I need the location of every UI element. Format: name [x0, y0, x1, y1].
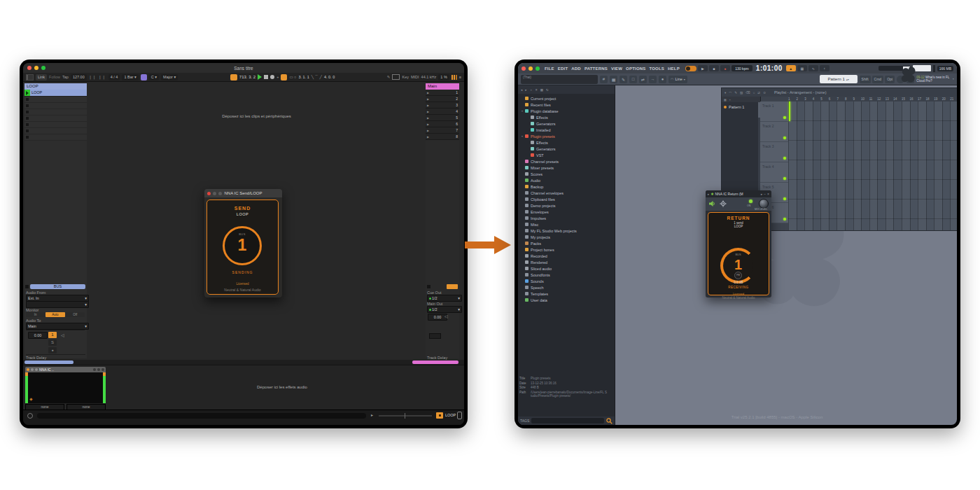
search-icon[interactable] [606, 418, 612, 424]
preview-play-icon[interactable]: ▸ [371, 412, 373, 417]
playlist-track-header[interactable]: Track 1 [760, 102, 788, 122]
bus-dial[interactable]: BUS 1 [223, 226, 262, 265]
snap-selector[interactable]: ◠ Line ▾ [668, 76, 687, 83]
magnet-icon[interactable]: ◠ [729, 91, 732, 94]
slip-icon[interactable]: ⇄ [757, 91, 760, 94]
plugin-minimize-icon[interactable]: − [764, 192, 766, 196]
scene-play-icon[interactable]: ▶ [427, 104, 429, 107]
scene-slot[interactable]: ▶ 7 [426, 127, 459, 134]
browser-item[interactable]: Channel envelopes [518, 190, 615, 196]
gear-swap-icon[interactable] [720, 200, 727, 207]
scene-slot[interactable]: ▶ 5 [426, 115, 459, 121]
list-view-icon[interactable]: ≡ [536, 88, 538, 92]
tap-tempo-icon[interactable] [230, 74, 237, 80]
browser-item[interactable]: ▾ Plugin database [518, 108, 615, 114]
pen-icon[interactable]: ✎ [387, 75, 391, 79]
delete-icon[interactable]: ⌫ [746, 91, 750, 94]
browser-item[interactable]: Clipboard files [518, 196, 615, 202]
return-plugin-window[interactable]: ▸ ✱ NNA IC Return (M ▸ − × ON MIX LEVEL … [706, 190, 771, 298]
tap-button[interactable]: Tap [62, 75, 69, 79]
device-save-icon[interactable] [35, 368, 38, 371]
record-button[interactable]: ● [720, 65, 730, 71]
refresh-icon[interactable]: ↻ [546, 88, 549, 92]
browser-item[interactable]: Rendered [518, 259, 615, 265]
scene-slot[interactable]: ▶ 2 [426, 96, 459, 102]
edit-icon[interactable]: ✎ [620, 76, 627, 83]
scale-icon[interactable] [141, 74, 147, 80]
browser-item[interactable]: Misc [518, 221, 615, 227]
scene-slot[interactable]: ▶ 3 [426, 102, 459, 108]
browser-item[interactable]: Templates [518, 290, 615, 297]
menu-item[interactable]: EDIT [558, 66, 568, 71]
scene-play-icon[interactable]: ▶ [427, 116, 429, 120]
overdub-plus-icon[interactable]: + [276, 75, 279, 79]
forward-icon[interactable]: ▸ [525, 88, 526, 92]
step-edit-button[interactable]: ↑ [820, 65, 830, 71]
main-out-dropdown[interactable]: Main▾ [26, 323, 89, 330]
pat-song-switch[interactable] [685, 66, 696, 71]
back-icon[interactable]: ◂ [521, 88, 522, 92]
menu-item[interactable]: PATTERNS [584, 66, 608, 71]
browser-item[interactable]: Audio [518, 177, 615, 183]
scene-slot[interactable]: ▶ 1 [426, 90, 459, 96]
scene-play-icon[interactable]: ▶ [427, 122, 429, 126]
speaker-icon[interactable] [708, 200, 715, 207]
clip-slot-playing[interactable]: LOOP [24, 90, 87, 97]
tempo-display[interactable]: 130 bpm [732, 65, 752, 71]
send-plugin-titlebar[interactable]: NNA IC Send/LOOP [204, 189, 282, 197]
track-led[interactable] [783, 197, 786, 200]
playlist-track-header[interactable]: Track 4 [760, 162, 788, 183]
playlist-track-header[interactable]: Track 3 [760, 142, 788, 162]
browser-item[interactable]: User data [518, 297, 615, 303]
stop-all-clips-button[interactable] [447, 284, 458, 289]
browser-item[interactable]: Impulses [518, 215, 615, 221]
search-input[interactable] [531, 418, 604, 424]
browser-item[interactable]: Effects [518, 114, 615, 120]
browser-item[interactable]: VST [518, 152, 615, 158]
send-plugin-window[interactable]: NNA IC Send/LOOP SEND LOOP BUS 1 SENDING… [204, 189, 282, 298]
browser-item[interactable]: Generators [518, 120, 615, 127]
pencil-icon[interactable]: ✎ [734, 91, 737, 94]
draw-mode-icons[interactable]: ╲ ⌒ ╱ [312, 75, 322, 80]
browser-item[interactable]: Installed [518, 127, 615, 133]
browser-item[interactable]: Backup [518, 183, 615, 190]
menu-item[interactable]: FILE [545, 66, 554, 71]
device-titlebar[interactable]: NNA IC .. [25, 367, 106, 372]
time-display[interactable]: 1:01:00 [756, 64, 783, 72]
browser-item[interactable]: My projects [518, 234, 615, 240]
loop-start-field[interactable]: 3. 1. 1 [298, 75, 309, 79]
session-scrollbar[interactable] [23, 360, 464, 365]
pattern-selector[interactable]: Pattern 1 ▴▾ [820, 75, 858, 83]
device-button-b[interactable] [97, 368, 100, 371]
browser-item[interactable]: Current project [518, 95, 615, 102]
browser-item[interactable]: Recent files [518, 102, 615, 108]
link-button[interactable]: Link [36, 74, 47, 80]
globe-icon[interactable]: ◔ [951, 77, 954, 81]
browser-item[interactable]: Packs [518, 240, 615, 246]
track-led[interactable] [783, 136, 786, 139]
picker-pattern-item[interactable]: Pattern 1 [724, 105, 760, 109]
browser-item[interactable]: Project bones [518, 246, 615, 253]
add-icon[interactable]: ＋ [530, 88, 533, 92]
browser-item[interactable]: Channel presets [518, 158, 615, 164]
paint-icon[interactable]: ▨ [740, 91, 743, 94]
main-out-dropdown2[interactable]: 1/2▾ [427, 306, 462, 313]
modifier-key[interactable]: Shift [860, 76, 871, 83]
return-plugin-titlebar[interactable]: ▸ ✱ NNA IC Return (M ▸ − × [706, 190, 771, 197]
stop-button[interactable]: ■ [709, 65, 719, 71]
playlist-track-header[interactable]: Track 2 [760, 122, 788, 142]
clip-play-icon[interactable] [24, 90, 30, 96]
scale-root-menu[interactable]: C ▾ [149, 74, 159, 80]
browser-item[interactable]: Speech [518, 284, 615, 290]
push-icon[interactable] [457, 412, 462, 419]
track-led[interactable] [783, 116, 786, 119]
news-ticker[interactable]: 09-12 What's new in FL Cloud Pro? [916, 76, 949, 83]
browser-item[interactable]: Mixer presets [518, 164, 615, 171]
menu-item[interactable]: ADD [571, 66, 581, 71]
typing-keyboard-icon[interactable]: # [600, 76, 608, 83]
track-header-main[interactable]: Main [426, 83, 459, 90]
loop-indicator[interactable]: LOOP [445, 413, 456, 417]
stop-button[interactable] [264, 75, 268, 79]
playlist-menu-icon[interactable]: ▾ [724, 91, 726, 94]
midi-overdub-button[interactable] [281, 74, 287, 80]
